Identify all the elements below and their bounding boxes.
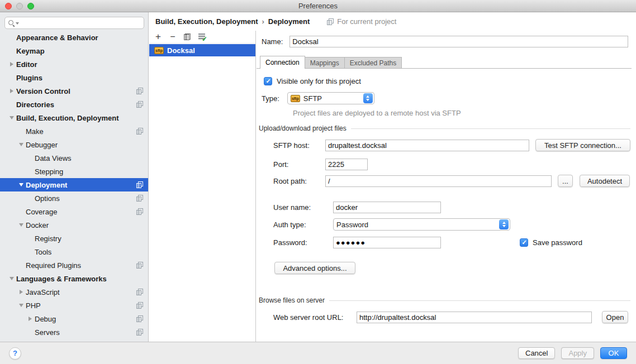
user-name-label: User name:: [273, 203, 311, 212]
autodetect-button[interactable]: Autodetect: [580, 175, 630, 187]
sidebar-item-label: Registry: [35, 234, 61, 243]
name-label: Name:: [262, 37, 283, 46]
sidebar-item-make[interactable]: Make: [0, 124, 148, 138]
project-level-icon: [136, 128, 143, 135]
sidebar-item-label: Plugins: [16, 74, 42, 82]
tab-mappings[interactable]: Mappings: [305, 57, 345, 69]
expanded-arrow-icon[interactable]: [16, 183, 26, 186]
sidebar-item-servers[interactable]: Servers: [0, 325, 148, 339]
sidebar-item-tools[interactable]: Tools: [0, 245, 148, 258]
remove-server-icon[interactable]: [168, 32, 177, 41]
breadcrumb-page: Deployment: [268, 17, 310, 26]
sidebar-item-label: Docker: [26, 221, 49, 229]
sidebar-item-required-plugins[interactable]: Required Plugins: [0, 258, 148, 272]
web-root-field[interactable]: [357, 312, 592, 323]
sidebar-item-javascript[interactable]: JavaScript: [0, 285, 148, 299]
port-field[interactable]: [325, 159, 368, 170]
tab-connection[interactable]: Connection: [260, 56, 305, 69]
close-window-button[interactable]: [5, 3, 12, 9]
save-password-checkbox[interactable]: [520, 238, 528, 247]
server-list-item-docksal[interactable]: sftp Docksal: [149, 44, 255, 56]
sftp-host-field[interactable]: [325, 140, 529, 151]
sidebar-item-data-views[interactable]: Data Views: [0, 151, 148, 165]
sidebar-item-deployment[interactable]: Deployment: [0, 178, 148, 191]
user-name-row: User name:: [273, 201, 311, 213]
sidebar-item-php[interactable]: PHP: [0, 299, 148, 312]
type-label: Type:: [262, 94, 279, 103]
sidebar-item-directories[interactable]: Directories: [0, 98, 148, 111]
sidebar-item-debug[interactable]: Debug: [0, 312, 148, 325]
expanded-arrow-icon[interactable]: [16, 304, 26, 307]
copy-server-icon[interactable]: [183, 32, 192, 41]
expanded-arrow-icon[interactable]: [16, 223, 26, 227]
sidebar-item-stepping[interactable]: Stepping: [0, 165, 148, 178]
open-url-button[interactable]: Open: [602, 311, 628, 323]
auth-type-dropdown[interactable]: Password: [333, 218, 510, 231]
sidebar-item-keymap[interactable]: Keymap: [0, 44, 148, 58]
sidebar-item-editor[interactable]: Editor: [0, 58, 148, 71]
sidebar-item-label: Make: [26, 127, 44, 136]
browse-root-path-button[interactable]: ...: [558, 175, 573, 187]
root-path-field[interactable]: [325, 175, 552, 187]
collapsed-arrow-icon[interactable]: [7, 89, 16, 93]
web-root-row: Web server root URL: Open: [273, 311, 629, 323]
name-field[interactable]: [289, 36, 628, 47]
collapsed-arrow-icon[interactable]: [7, 62, 16, 66]
sidebar-item-debugger[interactable]: Debugger: [0, 138, 148, 151]
section-rule: [351, 128, 630, 129]
help-button[interactable]: ?: [9, 347, 21, 360]
type-value: SFTP: [303, 94, 322, 103]
breadcrumb-section[interactable]: Build, Execution, Deployment: [155, 17, 258, 26]
password-field[interactable]: [333, 237, 441, 248]
preferences-window: Preferences Appearance & Behavior Keymap…: [0, 0, 636, 364]
sidebar-item-options[interactable]: Options: [0, 191, 148, 205]
search-input[interactable]: [20, 18, 141, 28]
visible-only-checkbox[interactable]: [264, 77, 272, 85]
zoom-window-button[interactable]: [27, 3, 34, 9]
dialog-footer: ? Cancel Apply OK: [0, 342, 636, 364]
sidebar-item-build-execution-deployment[interactable]: Build, Execution, Deployment: [0, 111, 148, 124]
config-tabs: Connection Mappings Excluded Paths: [260, 56, 402, 69]
sidebar-item-docker[interactable]: Docker: [0, 218, 148, 232]
tabbar-divider: [257, 68, 632, 69]
settings-search-box[interactable]: [4, 17, 144, 29]
project-level-icon: [136, 181, 143, 188]
upload-section-header: Upload/download project files: [259, 124, 630, 132]
expanded-arrow-icon[interactable]: [7, 277, 16, 280]
sidebar-item-plugins[interactable]: Plugins: [0, 71, 148, 84]
add-server-icon[interactable]: [154, 32, 163, 41]
sidebar-item-appearance-behavior[interactable]: Appearance & Behavior: [0, 31, 148, 44]
sidebar-item-label: Build, Execution, Deployment: [16, 114, 118, 122]
password-label: Password:: [273, 238, 307, 247]
settings-sidebar: Appearance & Behavior Keymap Editor Plug…: [0, 12, 149, 342]
save-password-label: Save password: [533, 238, 582, 247]
sidebar-item-label: Editor: [16, 60, 37, 69]
cancel-button[interactable]: Cancel: [518, 347, 555, 359]
collapsed-arrow-icon[interactable]: [25, 317, 35, 321]
password-row: Password: Save password: [273, 236, 629, 248]
advanced-options-button[interactable]: Advanced options...: [274, 262, 355, 274]
tab-excluded-paths[interactable]: Excluded Paths: [344, 57, 402, 69]
scope-label: For current project: [337, 17, 396, 26]
sidebar-item-version-control[interactable]: Version Control: [0, 84, 148, 98]
sidebar-item-label: Appearance & Behavior: [16, 33, 98, 42]
use-as-default-icon[interactable]: [197, 32, 206, 41]
apply-button[interactable]: Apply: [561, 347, 594, 359]
expanded-arrow-icon[interactable]: [16, 143, 26, 146]
type-row: Type: sftp SFTP: [262, 92, 374, 104]
project-level-icon: [136, 88, 143, 94]
sidebar-item-coverage[interactable]: Coverage: [0, 205, 148, 218]
test-sftp-connection-button[interactable]: Test SFTP connection...: [535, 139, 630, 151]
type-dropdown[interactable]: sftp SFTP: [287, 92, 374, 104]
sidebar-item-label: PHP: [26, 301, 41, 310]
collapsed-arrow-icon[interactable]: [16, 290, 26, 294]
search-options-chevron-icon[interactable]: [16, 22, 19, 25]
ok-button[interactable]: OK: [600, 347, 627, 359]
user-name-field[interactable]: [333, 202, 441, 213]
server-config-form: Name: Connection Mappings Excluded Paths…: [257, 31, 636, 342]
minimize-window-button[interactable]: [16, 3, 23, 9]
sidebar-item-languages-frameworks[interactable]: Languages & Frameworks: [0, 272, 148, 285]
sidebar-item-registry[interactable]: Registry: [0, 232, 148, 245]
project-level-icon: [327, 18, 334, 25]
expanded-arrow-icon[interactable]: [7, 116, 16, 119]
